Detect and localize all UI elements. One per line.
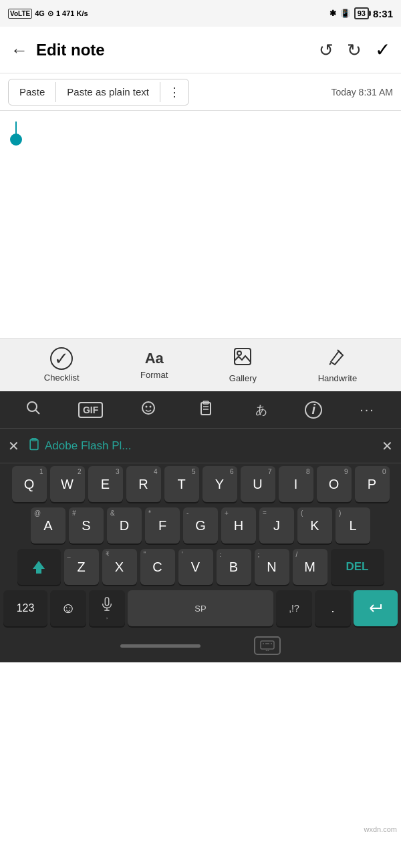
handwrite-button[interactable]: Handwrite xyxy=(318,347,358,383)
key-w[interactable]: 2 W xyxy=(50,466,85,502)
key-k[interactable]: ( K xyxy=(297,507,332,544)
key-u[interactable]: 7 U xyxy=(241,466,275,502)
status-left: VoLTE 4G ⊙ 1 471 K/s xyxy=(8,9,88,19)
key-n[interactable]: ; N xyxy=(255,549,289,585)
delete-button[interactable]: DEL xyxy=(331,549,384,585)
keyboard-info-icon[interactable]: i xyxy=(305,401,322,419)
paste-actions: Paste Paste as plain text ⋮ xyxy=(8,79,189,105)
keyboard-top-icons: GIF あ i ··· xyxy=(0,391,401,429)
key-b[interactable]: : B xyxy=(217,549,251,585)
status-right: ✱ 📳 93 8:31 xyxy=(329,7,393,19)
svg-point-7 xyxy=(146,405,148,407)
app-bar-actions: ↺ ↻ ✓ xyxy=(319,41,390,59)
download-label: 1 471 K/s xyxy=(56,9,88,17)
key-o[interactable]: 9 O xyxy=(317,466,352,502)
wifi-label: ⊙ xyxy=(47,9,53,18)
keyboard-gif-icon[interactable]: GIF xyxy=(78,402,103,418)
keyboard-key-rows: 1 Q 2 W 3 E 4 R 5 T 6 Y 7 U 8 I xyxy=(0,463,401,629)
clipboard-close-button[interactable]: ✕ xyxy=(382,438,393,454)
checklist-icon: ✓ xyxy=(50,347,73,370)
key-h[interactable]: + H xyxy=(221,507,256,544)
svg-line-3 xyxy=(329,363,331,365)
key-t[interactable]: 5 T xyxy=(164,466,199,502)
key-s[interactable]: # S xyxy=(69,507,104,544)
key-g[interactable]: - G xyxy=(183,507,218,544)
punctuation-button[interactable]: ,!? xyxy=(276,590,312,626)
svg-point-1 xyxy=(237,351,241,355)
keyboard-translate-icon[interactable]: あ xyxy=(251,398,271,422)
key-c[interactable]: " C xyxy=(140,549,175,585)
enter-button[interactable] xyxy=(354,590,398,626)
key-m[interactable]: / M xyxy=(293,549,327,585)
svg-line-5 xyxy=(35,410,39,414)
shift-button[interactable] xyxy=(17,549,61,585)
format-icon: Aa xyxy=(145,350,164,367)
clipboard-suggestion-text[interactable]: Adobe Flash Pl... xyxy=(45,439,382,453)
key-e[interactable]: 3 E xyxy=(88,466,123,502)
format-label: Format xyxy=(140,370,168,380)
paste-more-button[interactable]: ⋮ xyxy=(160,79,188,105)
key-v[interactable]: ' V xyxy=(178,549,213,585)
battery-indicator: 93 xyxy=(354,7,369,19)
paste-toolbar: Paste Paste as plain text ⋮ Today 8:31 A… xyxy=(0,73,401,111)
text-cursor xyxy=(11,122,21,148)
clipboard-collapse-button[interactable]: ✕ xyxy=(8,438,19,454)
numbers-button[interactable]: 123 xyxy=(3,590,47,626)
confirm-button[interactable]: ✓ xyxy=(375,41,390,59)
nav-bar xyxy=(0,629,401,662)
key-y[interactable]: 6 Y xyxy=(203,466,237,502)
key-p[interactable]: 0 P xyxy=(355,466,390,502)
gallery-icon xyxy=(233,347,252,371)
note-content-area[interactable] xyxy=(0,111,401,338)
keyboard-row-4: 123 ☺ , SP ,!? . xyxy=(0,588,401,629)
gallery-button[interactable]: Gallery xyxy=(229,347,257,383)
undo-button[interactable]: ↺ xyxy=(319,41,333,59)
handwrite-label: Handwrite xyxy=(318,373,358,383)
volte-label: VoLTE xyxy=(8,9,32,19)
keyboard-search-icon[interactable] xyxy=(22,397,45,423)
keyboard-row-1: 1 Q 2 W 3 E 4 R 5 T 6 Y 7 U 8 I xyxy=(0,463,401,505)
bluetooth-icon: ✱ xyxy=(329,9,336,18)
space-button[interactable]: SP xyxy=(128,590,273,626)
watermark: wxdn.com xyxy=(364,825,397,833)
clipboard-bar: ✕ Adobe Flash Pl... ✕ xyxy=(0,429,401,463)
key-x[interactable]: ₹ X xyxy=(102,549,137,585)
keyboard-more-icon[interactable]: ··· xyxy=(356,398,379,421)
back-button[interactable]: ← xyxy=(11,41,28,59)
bottom-toolbar: ✓ Checklist Aa Format Gallery Handwrite xyxy=(0,338,401,391)
redo-button[interactable]: ↻ xyxy=(347,41,362,59)
cursor-circle xyxy=(10,134,22,146)
key-j[interactable]: = J xyxy=(259,507,294,544)
keyboard-sticker-icon[interactable] xyxy=(136,396,160,424)
status-bar: VoLTE 4G ⊙ 1 471 K/s ✱ 📳 93 8:31 xyxy=(0,0,401,27)
keyboard-dismiss-button[interactable] xyxy=(254,636,281,655)
paste-button[interactable]: Paste xyxy=(9,81,55,103)
key-a[interactable]: @ A xyxy=(31,507,65,544)
svg-rect-15 xyxy=(105,598,109,606)
vibrate-icon: 📳 xyxy=(340,9,350,18)
svg-point-6 xyxy=(142,402,154,414)
paste-as-plain-button[interactable]: Paste as plain text xyxy=(56,81,160,103)
checklist-button[interactable]: ✓ Checklist xyxy=(44,347,80,383)
time-label: 8:31 xyxy=(373,8,393,19)
key-z[interactable]: _ Z xyxy=(64,549,99,585)
key-d[interactable]: & D xyxy=(107,507,142,544)
key-r[interactable]: 4 R xyxy=(126,466,161,502)
key-l[interactable]: ) L xyxy=(336,507,370,544)
keyboard-row-2: @ A # S & D * F - G + H = J ( K xyxy=(0,505,401,546)
microphone-button[interactable]: , xyxy=(89,590,125,626)
period-button[interactable]: . xyxy=(315,590,351,626)
key-f[interactable]: * F xyxy=(145,507,180,544)
keyboard-row-3: _ Z ₹ X " C ' V : B ; N / M DEL xyxy=(0,546,401,588)
handwrite-icon xyxy=(328,347,347,371)
checklist-label: Checklist xyxy=(44,373,80,383)
page-title: Edit note xyxy=(36,41,311,59)
gallery-label: Gallery xyxy=(229,373,257,383)
format-button[interactable]: Aa Format xyxy=(140,350,168,380)
key-q[interactable]: 1 Q xyxy=(12,466,47,502)
emoji-button[interactable]: ☺ xyxy=(50,590,86,626)
key-i[interactable]: 8 I xyxy=(279,466,313,502)
keyboard-clipboard-icon[interactable] xyxy=(194,396,218,424)
home-pill[interactable] xyxy=(120,644,200,648)
paste-timestamp: Today 8:31 AM xyxy=(331,87,393,97)
